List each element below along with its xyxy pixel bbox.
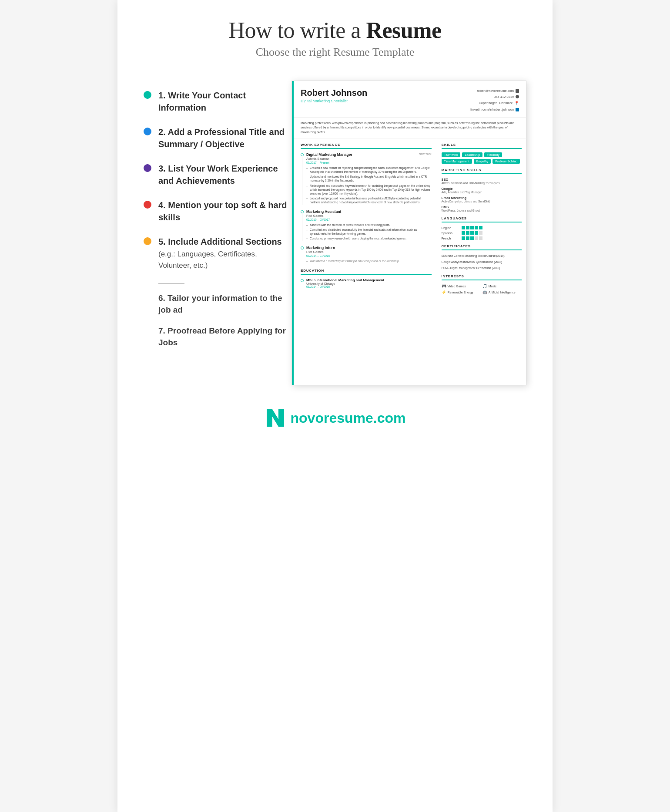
job-3-bullets: Was offered a marketing assistant job af…: [306, 259, 432, 263]
mskill-3-name: Email Marketing: [442, 196, 522, 200]
job-2-bullet-3: Conducted primary research with users pl…: [306, 236, 432, 240]
resume-name: Robert Johnson: [301, 88, 367, 98]
main-title: How to write a Resume: [144, 17, 526, 43]
page-header: How to write a Resume Choose the right R…: [144, 17, 526, 59]
mskill-4-name: CMS: [442, 205, 522, 209]
step-4: 4. Mention your top soft & hard skills: [144, 199, 291, 223]
lang-3: French: [442, 236, 522, 240]
lang-2-bars: [462, 231, 482, 235]
work-exp-title: WORK EXPERIENCE: [301, 143, 432, 149]
job-2-dot: [301, 210, 304, 213]
job-1-location: New York: [419, 152, 432, 155]
cert-2: Google Analytics Individual Qualificatio…: [442, 260, 522, 264]
mskill-1-name: SEO: [442, 178, 522, 182]
steps-panel: 1. Write Your Contact Information 2. Add…: [144, 81, 291, 358]
step-2-dot: [144, 128, 151, 135]
lang-bar: [462, 236, 465, 240]
resume-right-column: SKILLS Teamwork Leadership Flexibility T…: [437, 138, 526, 299]
job-1-dot: [301, 153, 304, 156]
brand-text: novoresume.com: [291, 410, 406, 426]
skills-title: SKILLS: [442, 143, 522, 149]
lang-2-name: Spanish: [442, 232, 459, 235]
lang-bar: [475, 231, 478, 235]
interest-1-name: Video Games: [448, 285, 466, 288]
step-3-dot: [144, 164, 151, 172]
summary-text: Marketing professional with proven exper…: [301, 121, 514, 134]
step-5-dot: [144, 237, 151, 245]
job-3-bullet-1: Was offered a marketing assistant job af…: [306, 259, 432, 263]
step-5: 5. Include Additional Sections (e.g.: La…: [144, 236, 291, 271]
step-1: 1. Write Your Contact Information: [144, 89, 291, 114]
edu-1-dates: 06/2014 – 06/2016: [306, 285, 432, 288]
edu-1-content: MS in International Marketing and Manage…: [306, 278, 432, 288]
edu-1: MS in International Marketing and Manage…: [301, 278, 432, 288]
lang-bar: [475, 226, 478, 229]
mskill-2: Google Ads, Analytics and Tag Manager: [442, 187, 522, 194]
step-5-text: 5. Include Additional Sections: [158, 236, 291, 248]
edu-1-dot: [301, 279, 304, 282]
step-7: 7. Proofread Before Applying for Jobs: [144, 325, 291, 348]
job-2-bullet-2: Compiled and distributed successfully th…: [306, 228, 432, 236]
step-1-text: 1. Write Your Contact Information: [158, 89, 291, 114]
subtitle: Choose the right Resume Template: [144, 46, 526, 59]
email-icon: [516, 89, 519, 93]
lang-1-name: English: [442, 226, 459, 229]
mskill-3: Email Marketing ActiveCampaign, Litmus a…: [442, 196, 522, 203]
resume-body: WORK EXPERIENCE Digital Marketing Manage…: [292, 138, 526, 299]
step-1-dot: [144, 91, 151, 99]
job-1-dot-container: [301, 152, 304, 205]
interest-2-name: Music: [489, 285, 496, 288]
skill-tag-1: Teamwork: [442, 152, 461, 157]
resume-job-title: Digital Marketing Specialist: [301, 99, 367, 103]
energy-icon: ⚡: [442, 290, 446, 294]
job-1: Digital Marketing Manager New York Astor…: [301, 152, 432, 205]
lang-bar: [470, 236, 474, 240]
cert-3: PCM - Digital Management Certification (…: [442, 266, 522, 270]
linkedin-label: linkedin.com/in/robert.johnson: [470, 107, 514, 113]
mskill-4: CMS WordPress, Joomla and Ghost: [442, 205, 522, 212]
lang-bar: [479, 226, 482, 229]
skill-tag-2: Leadership: [462, 152, 482, 157]
location-icon: 📍: [514, 100, 519, 107]
skill-tag-3: Flexibility: [484, 152, 502, 157]
job-2-line: [302, 214, 302, 241]
interests-title: INTERESTS: [442, 274, 522, 280]
cert-1: SEMrush Content Marketing Toolkit Course…: [442, 254, 522, 258]
education-title: EDUCATION: [301, 269, 432, 275]
lang-bar-empty: [475, 236, 478, 240]
job-1-bullet-3: Redesigned and conducted keyword researc…: [306, 184, 432, 195]
linkedin-icon: [516, 108, 519, 111]
job-3-dates: 08/2014 – 01/2015: [306, 254, 432, 257]
job-1-bullet-4: Located and proposed new potential busin…: [306, 196, 432, 204]
job-2-bullet-1: Assisted with the creation of press rele…: [306, 223, 432, 227]
job-3: Marketing Intern Riot Games 08/2014 – 01…: [301, 246, 432, 264]
resume-summary: Marketing professional with proven exper…: [292, 118, 526, 139]
step-4-text: 4. Mention your top soft & hard skills: [158, 199, 291, 223]
mskill-1-desc: Ahrefs, Semrush and Link-building Techni…: [442, 182, 522, 185]
lang-3-name: French: [442, 237, 459, 240]
step-3-text: 3. List Your Work Experience and Achieve…: [158, 162, 291, 187]
mskill-2-name: Google: [442, 187, 522, 191]
job-2-dates: 02/2015 – 05/2017: [306, 218, 432, 221]
marketing-skills-title: MARKETING SKILLS: [442, 168, 522, 174]
lang-bar: [466, 226, 469, 229]
ai-icon: 🤖: [482, 290, 487, 294]
phone-icon: [516, 95, 519, 98]
job-3-dot: [301, 246, 304, 249]
job-1-content: Digital Marketing Manager New York Astor…: [306, 152, 432, 205]
resume-left-column: WORK EXPERIENCE Digital Marketing Manage…: [292, 138, 437, 299]
mskill-1: SEO Ahrefs, Semrush and Link-building Te…: [442, 178, 522, 185]
job-1-dates: 06/2017 – Present: [306, 161, 432, 164]
step-7-text: 7. Proofread Before Applying for Jobs: [158, 325, 291, 348]
job-1-bullet-2: Updated and monitored the Bid Strategy i…: [306, 175, 432, 182]
job-2-company: Riot Games: [306, 214, 432, 218]
videogames-icon: 🎮: [442, 284, 446, 288]
job-3-content: Marketing Intern Riot Games 08/2014 – 01…: [306, 246, 432, 264]
step-4-dot: [144, 201, 151, 209]
step-3: 3. List Your Work Experience and Achieve…: [144, 162, 291, 187]
title-prefix: How to write a: [228, 18, 366, 43]
footer: novoresume.com: [265, 407, 406, 429]
brand-n-icon: [265, 407, 286, 429]
step-5-subtext: (e.g.: Languages, Certificates, Voluntee…: [158, 249, 291, 271]
lang-3-bars: [462, 236, 482, 240]
